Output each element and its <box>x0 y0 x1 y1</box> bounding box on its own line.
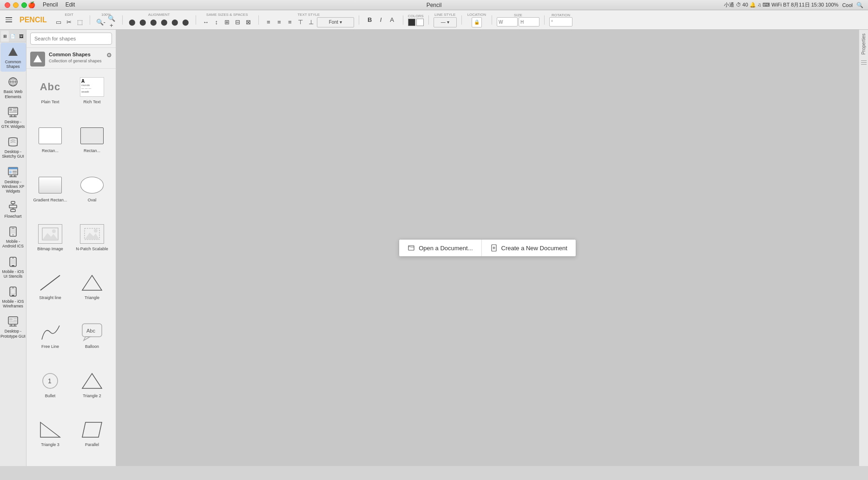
align-center[interactable]: ⬤ <box>138 17 148 27</box>
align-middle[interactable]: ⬤ <box>170 17 180 27</box>
shape-rich-text[interactable]: A mundo— — —aaaab Rich Text <box>72 73 112 120</box>
app-menu-edit[interactable]: Edit <box>66 1 75 8</box>
font-dropdown[interactable]: Font ▾ <box>317 17 354 27</box>
rich-text-label: Rich Text <box>84 100 101 104</box>
apple-menu[interactable]: 🍎 <box>28 1 35 8</box>
edit-btn2[interactable]: ✂ <box>64 17 74 27</box>
italic-btn[interactable]: I <box>376 15 386 25</box>
main-toolbar: PENCIL EDIT ▭ ✂ ⬚ 100% 🔍- 🔍+ ALIGNMENT ⬤… <box>0 10 868 30</box>
shape-balloon[interactable]: Abc Balloon <box>72 317 112 364</box>
tab-pages[interactable]: 📄 <box>9 31 17 42</box>
color-stroke[interactable] <box>416 19 424 26</box>
open-document-btn[interactable]: Open a Document... <box>399 240 481 256</box>
sidebar-item-mobile-ios-ui[interactable]: Mobile - iOS UI Stencils <box>0 253 26 281</box>
rich-text-preview: A mundo— — —aaaab <box>78 75 106 99</box>
sidebar-item-desktop-sketchy[interactable]: Desktop - Sketchy GUI <box>0 133 26 161</box>
shape-rectangle2[interactable]: Rectan... <box>72 121 112 168</box>
text-valign-mid[interactable]: ⊥ <box>306 17 316 27</box>
create-icon <box>490 244 498 252</box>
tab-images[interactable]: 🖼 <box>17 31 25 42</box>
bullet-icon: 1 <box>38 371 62 391</box>
align-right[interactable]: ⬤ <box>149 17 159 27</box>
shape-oval[interactable]: Oval <box>72 171 112 218</box>
svg-rect-45 <box>9 321 17 322</box>
text-valign-top[interactable]: ⊤ <box>296 17 306 27</box>
svg-rect-63 <box>408 246 414 250</box>
create-document-label: Create a New Document <box>501 245 567 252</box>
font-color-btn[interactable]: A <box>387 15 397 25</box>
bold-btn[interactable]: B <box>365 15 375 25</box>
free-line-icon <box>38 322 62 341</box>
align-top[interactable]: ⬤ <box>159 17 170 27</box>
same-both[interactable]: ⊞ <box>222 17 232 27</box>
svg-rect-21 <box>11 201 15 204</box>
sidebar-item-desktop-winxp[interactable]: Desktop - Windows XP Widgets <box>0 163 26 197</box>
canvas-area[interactable]: Open a Document... Create a New Document <box>116 30 859 466</box>
svg-line-53 <box>40 275 60 290</box>
svg-text:1: 1 <box>48 377 52 385</box>
svg-point-52 <box>94 229 98 233</box>
text-align-center[interactable]: ≡ <box>274 17 284 27</box>
maximize-button[interactable] <box>21 2 27 8</box>
lock-icon[interactable]: 🔒 <box>472 17 482 27</box>
minimize-button[interactable] <box>13 2 19 8</box>
line-style-dropdown[interactable]: — ▾ <box>434 17 457 27</box>
edit-toolbar: ▭ ✂ ⬚ <box>53 17 85 27</box>
tab-layers[interactable]: ⊞ <box>1 31 9 42</box>
shape-bitmap[interactable]: Bitmap Image <box>30 220 70 267</box>
mobile-ios-ui-label: Mobile - iOS UI Stencils <box>0 269 26 279</box>
edit-btn1[interactable]: ▭ <box>53 17 64 27</box>
size-w-input[interactable] <box>497 17 518 27</box>
app-menu-pencil[interactable]: Pencil <box>43 1 58 8</box>
svg-marker-48 <box>42 233 58 240</box>
shape-triangle3[interactable]: Triangle 3 <box>30 415 70 462</box>
traffic-lights <box>5 2 27 8</box>
same-h[interactable]: ↕ <box>211 17 222 27</box>
dist-h[interactable]: ⊟ <box>233 17 243 27</box>
edit-btn3[interactable]: ⬚ <box>75 17 85 27</box>
mobile-ios-wire-label: Mobile - iOS Wireframes <box>0 299 26 308</box>
shape-npatch[interactable]: N-Patch Scalable <box>72 220 112 267</box>
oval-preview <box>78 173 106 197</box>
properties-handle[interactable] <box>861 60 867 65</box>
shape-plain-text[interactable]: Abc Plain Text <box>30 73 70 120</box>
zoom-out[interactable]: 🔍- <box>96 17 106 27</box>
sidebar-item-desktop-gtk[interactable]: Desktop - GTK Widgets <box>0 103 26 132</box>
text-align-right[interactable]: ≡ <box>285 17 295 27</box>
rectangle2-label: Rectan... <box>84 148 100 153</box>
zoom-in[interactable]: 🔍+ <box>106 17 117 27</box>
create-document-btn[interactable]: Create a New Document <box>482 240 576 256</box>
same-w[interactable]: ↔ <box>201 17 211 27</box>
collection-settings-btn[interactable]: ⚙ <box>106 52 112 59</box>
shape-parallel[interactable]: Parallel <box>72 415 112 462</box>
panel-tabs: ⊞ 📄 🖼 <box>0 30 26 42</box>
sidebar-item-desktop-proto[interactable]: Desktop - Prototype GUI <box>0 312 26 341</box>
shape-straight-line[interactable]: Straight line <box>30 268 70 315</box>
shape-gradient-rect[interactable]: Gradient Rectan... <box>30 171 70 218</box>
location-label: LOCATION <box>467 13 486 17</box>
size-h-input[interactable] <box>519 17 539 27</box>
shape-bullet[interactable]: 1 Bullet <box>30 367 70 413</box>
align-left[interactable]: ⬤ <box>127 17 138 27</box>
search-input[interactable] <box>30 33 112 45</box>
sidebar-item-basic-web[interactable]: Basic Web Elements <box>0 73 26 101</box>
triangle-label: Triangle <box>85 295 99 300</box>
text-align-left[interactable]: ≡ <box>263 17 274 27</box>
svg-rect-32 <box>12 265 14 266</box>
menu-hamburger[interactable] <box>4 15 14 24</box>
close-button[interactable] <box>5 2 10 8</box>
sidebar-item-mobile-ios-wire[interactable]: Mobile - iOS Wireframes <box>0 282 26 311</box>
sidebar-item-mobile-android[interactable]: Mobile - Android ICS <box>0 222 26 251</box>
left-panel: ⊞ 📄 🖼 Common Shapes Basic We <box>0 30 26 466</box>
rotation-input[interactable] <box>549 17 572 27</box>
align-bottom[interactable]: ⬤ <box>181 17 191 27</box>
shape-triangle2[interactable]: Triangle 2 <box>72 367 112 413</box>
shape-free-line[interactable]: Free Line <box>30 317 70 364</box>
dist-v[interactable]: ⊠ <box>243 17 254 27</box>
search-icon[interactable]: 🔍 <box>856 2 863 8</box>
color-fill[interactable] <box>408 19 415 26</box>
shape-triangle[interactable]: Triangle <box>72 268 112 315</box>
shape-rectangle1[interactable]: Rectan... <box>30 121 70 168</box>
sidebar-item-common-shapes[interactable]: Common Shapes <box>0 43 26 72</box>
sidebar-item-flowchart[interactable]: Flowchart <box>0 197 26 221</box>
